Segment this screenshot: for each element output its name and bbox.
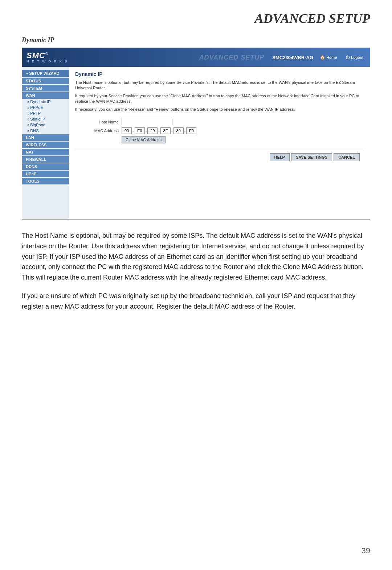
content-desc-1: The Host name is optional, but may be re…	[75, 80, 364, 91]
body-paragraph-1: The Host Name is optional, but may be re…	[22, 231, 370, 283]
content-desc-2: If required by your Service Provider, yo…	[75, 93, 364, 105]
cancel-button[interactable]: CANCEL	[334, 153, 360, 161]
sidebar-item-upnp[interactable]: UPnP	[22, 171, 69, 177]
page-title: ADVANCED SETUP	[255, 11, 370, 26]
mac-octet-2[interactable]	[135, 127, 145, 134]
logo-text: SMC®	[26, 52, 48, 60]
networks-text: N e t w o r k s	[26, 60, 68, 63]
form-area: Host Name MAC Address - - - -	[75, 116, 364, 146]
body-text: The Host Name is optional, but may be re…	[22, 231, 370, 312]
content-area: Dynamic IP The Host name is optional, bu…	[69, 67, 370, 219]
help-button[interactable]: HELP	[270, 153, 290, 161]
sidebar-item-bigpond[interactable]: BigPond	[22, 122, 69, 128]
sidebar-item-dns[interactable]: DNS	[22, 128, 69, 134]
sidebar-item-tools[interactable]: TOOLS	[22, 178, 69, 184]
clone-btn-row: Clone MAC Address	[75, 136, 364, 143]
sidebar-item-status[interactable]: STATUS	[22, 78, 69, 84]
sidebar-item-lan[interactable]: LAN	[22, 134, 69, 141]
router-ui: SMC® N e t w o r k s ADVANCED SETUP SMC2…	[22, 48, 370, 220]
sidebar-item-firewall[interactable]: FIREWALL	[22, 156, 69, 163]
sidebar-item-static-ip[interactable]: Static IP	[22, 116, 69, 122]
sidebar: » SETUP WIZARD STATUS SYSTEM WAN Dynamic…	[22, 67, 69, 219]
sidebar-item-system[interactable]: SYSTEM	[22, 85, 69, 91]
clone-mac-button[interactable]: Clone MAC Address	[122, 136, 166, 143]
router-model: SMC2304WBR-AG	[272, 55, 313, 60]
logout-button[interactable]: ⏻ Logout	[343, 54, 366, 61]
home-button[interactable]: 🏠 Home	[318, 54, 339, 61]
body-paragraph-2: If you are unsure of which PC was origin…	[22, 291, 370, 312]
sidebar-item-nat[interactable]: NAT	[22, 149, 69, 155]
sidebar-item-wan[interactable]: WAN	[22, 92, 69, 99]
router-body: » SETUP WIZARD STATUS SYSTEM WAN Dynamic…	[22, 67, 370, 219]
sidebar-item-ddns[interactable]: DDNS	[22, 163, 69, 170]
mac-address-row: MAC Address - - - - -	[75, 127, 364, 134]
router-header-right: ADVANCED SETUP SMC2304WBR-AG 🏠 Home ⏻ Lo…	[199, 54, 366, 61]
mac-octet-4[interactable]	[160, 127, 171, 134]
host-name-input[interactable]	[122, 119, 172, 125]
page-number: 39	[362, 546, 370, 555]
sidebar-item-dynamic-ip[interactable]: Dynamic IP	[22, 99, 69, 105]
mac-fields: - - - - -	[122, 127, 196, 134]
sidebar-item-setup-wizard[interactable]: » SETUP WIZARD	[22, 70, 69, 77]
content-title: Dynamic IP	[75, 71, 364, 77]
mac-octet-5[interactable]	[173, 127, 184, 134]
save-settings-button[interactable]: SAVE SETTINGS	[291, 153, 332, 161]
sidebar-item-wireless[interactable]: WIRELESS	[22, 142, 69, 148]
mac-octet-6[interactable]	[186, 127, 196, 134]
content-desc-3: If necessary, you can use the "Release" …	[75, 107, 364, 112]
mac-octet-1[interactable]	[122, 127, 132, 134]
bottom-buttons: HELP SAVE SETTINGS CANCEL	[75, 150, 364, 164]
sidebar-item-pptp[interactable]: PPTP	[22, 110, 69, 116]
router-header: SMC® N e t w o r k s ADVANCED SETUP SMC2…	[22, 48, 370, 67]
smc-logo: SMC® N e t w o r k s	[26, 52, 68, 63]
host-name-row: Host Name	[75, 119, 364, 125]
banner-text: ADVANCED SETUP	[199, 54, 265, 61]
logout-icon: ⏻	[346, 55, 350, 60]
host-name-label: Host Name	[90, 120, 119, 124]
sidebar-item-pppoe[interactable]: PPPoE	[22, 105, 69, 110]
home-icon: 🏠	[320, 55, 325, 60]
mac-address-label: MAC Address	[90, 129, 119, 133]
mac-octet-3[interactable]	[147, 127, 158, 134]
section-heading: Dynamic IP	[22, 36, 54, 44]
